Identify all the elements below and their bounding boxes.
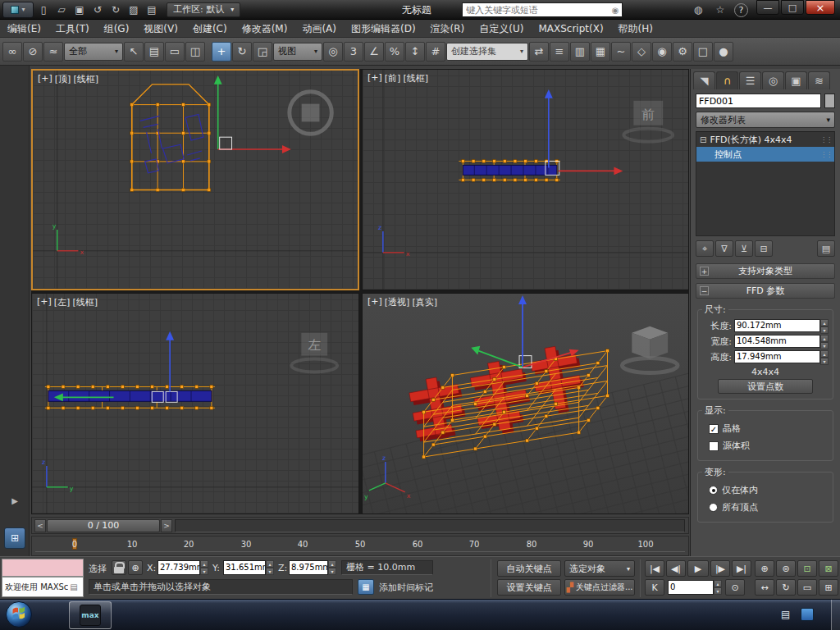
time-slider[interactable]: < 0 / 100 >	[31, 517, 689, 534]
absolute-mode-toggle[interactable]: ⊕	[128, 560, 143, 575]
make-unique-icon[interactable]: ⊻	[735, 240, 753, 257]
previous-frame-button[interactable]: ◀|	[666, 560, 686, 577]
menu-views[interactable]: 视图(V)	[136, 20, 185, 38]
menu-group[interactable]: 组(G)	[97, 20, 137, 38]
viewport-front[interactable]: [+] [前] [线框]	[362, 69, 689, 290]
start-button[interactable]	[5, 600, 33, 628]
percent-snap-icon[interactable]: %	[385, 42, 404, 62]
tray-input-method-icon[interactable]	[801, 608, 814, 621]
zoom-icon[interactable]: ⊕	[755, 560, 774, 577]
viewport-left[interactable]: [+] [左] [线框]	[31, 293, 359, 514]
menu-modifiers[interactable]: 修改器(M)	[235, 20, 295, 38]
show-end-result-icon[interactable]: ∇	[715, 240, 733, 257]
y-coordinate-field[interactable]: 31.651mm	[223, 560, 274, 575]
viewport-left-canvas[interactable]: 左 z y	[32, 294, 358, 514]
width-spinner[interactable]: 104.548mm	[734, 335, 829, 348]
use-pivot-center-icon[interactable]: ◎	[323, 42, 343, 62]
move-gizmo[interactable]	[214, 75, 291, 153]
tab-hierarchy-icon[interactable]: ☰	[739, 71, 761, 89]
workspace-dropdown[interactable]: 工作区: 默认▾	[167, 2, 240, 17]
viewport-shading-label[interactable]: [线框]	[72, 296, 98, 308]
viewport-perspective[interactable]: [+] [透视] [真实]	[362, 293, 689, 514]
add-time-tag[interactable]: 添加时间标记	[379, 582, 433, 594]
select-object-icon[interactable]: ↖	[124, 42, 144, 62]
unlink-selection-icon[interactable]: ⊘	[23, 42, 43, 62]
bind-to-space-warp-icon[interactable]: ≈	[43, 42, 63, 62]
viewport-menu-button[interactable]: [+]	[368, 296, 382, 308]
render-production-icon[interactable]: ●	[714, 42, 733, 62]
time-configuration-button[interactable]: ⊙	[725, 579, 745, 596]
red-text-mesh[interactable]	[406, 343, 590, 450]
zoom-all-icon[interactable]: ⊚	[776, 560, 796, 577]
menu-animation[interactable]: 动画(A)	[294, 20, 344, 38]
menu-rendering[interactable]: 渲染(R)	[423, 20, 472, 38]
select-and-link-icon[interactable]: ∞	[2, 42, 22, 62]
curve-editor-icon[interactable]: ~	[611, 42, 631, 62]
taskbar-3dsmax-button[interactable]: max	[69, 601, 112, 629]
schematic-view-icon[interactable]: ◇	[632, 42, 651, 62]
height-spinner[interactable]: 17.949mm	[734, 350, 829, 363]
tab-display-icon[interactable]: ▣	[785, 71, 807, 89]
maximize-button[interactable]: □	[781, 0, 804, 15]
align-icon[interactable]: ≡	[550, 42, 569, 62]
all-vertices-radio[interactable]: 所有顶点	[709, 501, 827, 514]
minimize-button[interactable]: —	[756, 0, 779, 15]
snap-toggle-icon[interactable]: 3	[344, 42, 363, 62]
open-file-icon[interactable]: ▱	[53, 2, 70, 18]
menu-tools[interactable]: 工具(T)	[48, 20, 97, 38]
viewport-top[interactable]: [+] [顶] [线框]	[31, 69, 359, 290]
menu-maxscript[interactable]: MAXScript(X)	[531, 20, 610, 38]
macro-recorder-pane[interactable]	[2, 559, 84, 577]
keyboard-override-icon[interactable]: #	[426, 42, 445, 62]
viewport-shading-label[interactable]: [真实]	[412, 296, 437, 308]
undo-icon[interactable]: ↺	[89, 2, 106, 18]
length-spinner[interactable]: 90.172mm	[734, 319, 829, 332]
window-crossing-icon[interactable]: ◫	[185, 42, 205, 62]
new-scene-icon[interactable]: ▯	[35, 2, 52, 18]
viewport-shading-label[interactable]: [线框]	[73, 73, 98, 85]
select-and-scale-icon[interactable]: ◲	[253, 42, 272, 62]
close-button[interactable]: ×	[806, 0, 835, 15]
zoom-region-icon[interactable]: ▭	[797, 579, 817, 596]
tab-create-icon[interactable]: ◥	[693, 71, 715, 89]
play-button[interactable]: ▶	[687, 560, 709, 577]
leftstrip-expand-arrow[interactable]: ▶	[7, 492, 23, 509]
previous-frame-arrow[interactable]: <	[34, 519, 46, 532]
next-frame-button[interactable]: |▶	[710, 560, 730, 577]
viewport-menu-button[interactable]: [+]	[38, 73, 52, 85]
time-slider-track[interactable]	[175, 519, 685, 532]
project-folder-icon[interactable]: ▨	[126, 2, 142, 18]
selection-region-icon[interactable]: ▭	[165, 42, 185, 62]
show-desktop-button[interactable]	[831, 600, 840, 630]
set-key-button[interactable]: 设置关键点	[497, 579, 561, 596]
configure-modifier-sets-icon[interactable]: ▤	[817, 240, 835, 257]
application-menu-button[interactable]: ▾	[2, 2, 34, 18]
search-input[interactable]	[463, 5, 609, 16]
maximize-viewport-toggle[interactable]: ⊞	[819, 579, 838, 596]
viewport-menu-button[interactable]: [+]	[37, 296, 52, 308]
tab-utilities-icon[interactable]: ≋	[808, 71, 830, 89]
select-and-move-icon[interactable]: +	[212, 42, 231, 62]
next-frame-arrow[interactable]: >	[161, 519, 172, 532]
orbit-icon[interactable]: ↻	[776, 579, 796, 596]
tray-language-icon[interactable]: ▤	[781, 609, 790, 620]
mirror-icon[interactable]: ⇄	[529, 42, 549, 62]
viewport-layout-tabs-button[interactable]: ⊞	[4, 527, 25, 549]
goto-end-button[interactable]: ▶|	[732, 560, 751, 577]
material-editor-icon[interactable]: ◉	[652, 42, 672, 62]
menu-create[interactable]: 创建(C)	[185, 20, 235, 38]
menu-graph-editors[interactable]: 图形编辑器(D)	[344, 20, 423, 38]
rendered-frame-window-icon[interactable]: □	[693, 42, 713, 62]
layer-manager-icon[interactable]: ▥	[570, 42, 590, 62]
viewport-perspective-canvas[interactable]: z x y	[363, 294, 688, 514]
only-in-volume-radio[interactable]: 仅在体内	[709, 484, 827, 496]
goto-start-button[interactable]: |◀	[645, 560, 664, 577]
ribbon-icon[interactable]: ▦	[591, 42, 610, 62]
key-mode-toggle[interactable]: K	[645, 579, 664, 596]
set-points-button[interactable]: 设置点数	[718, 379, 813, 394]
search-icon[interactable]: ◉	[609, 6, 622, 15]
select-by-name-icon[interactable]: ▤	[144, 42, 164, 62]
redo-icon[interactable]: ↻	[107, 2, 124, 18]
angle-snap-icon[interactable]: ∠	[364, 42, 384, 62]
zoom-extents-icon[interactable]: ⊡	[797, 560, 817, 577]
